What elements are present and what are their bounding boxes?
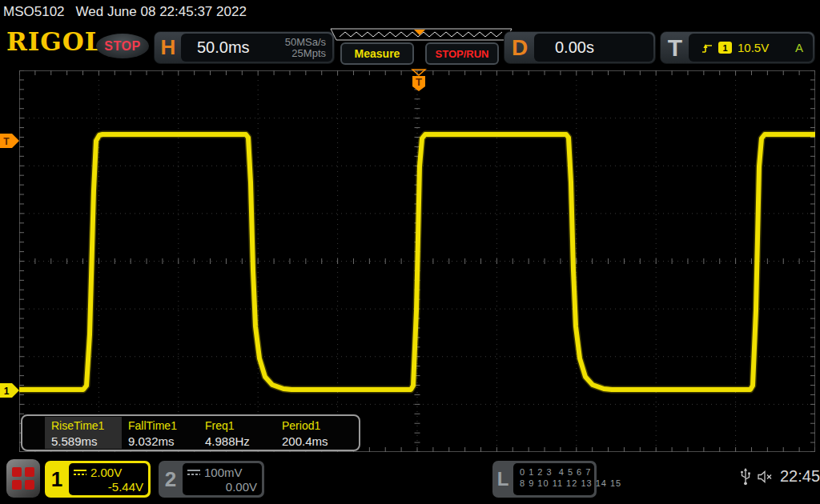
trigger-mode: A [795, 41, 813, 54]
measurement-value: 200.4ms [282, 434, 352, 448]
measurement-value: 5.589ms [51, 434, 122, 448]
trigger-position-marker[interactable]: T [411, 69, 427, 93]
stop-run-button-label: STOP/RUN [436, 48, 489, 60]
svg-text:T: T [3, 136, 10, 147]
status-bar: MSO5102 Wed June 08 22:45:37 2022 [0, 0, 820, 24]
svg-text:T: T [416, 76, 422, 88]
waveform-trace [19, 70, 815, 452]
delay-value: 0.00s [534, 38, 594, 57]
delay-label: D [504, 32, 535, 63]
dc-coupling-icon [74, 469, 86, 476]
measure-button[interactable]: Measure [340, 42, 414, 65]
measurement-risetime[interactable]: RiseTime1 5.589ms [45, 417, 122, 449]
svg-text:1: 1 [4, 386, 10, 397]
digital-channels-button[interactable]: L 0 1 2 3 4 5 6 7 8 9 10 11 12 13 14 15 [492, 461, 597, 498]
clock-time: 22:45 [780, 467, 820, 486]
header-bar: RIGOL STOP H 50.0ms 50MSa/s 25Mpts Measu… [0, 24, 820, 70]
oscilloscope-screen: MSO5102 Wed June 08 22:45:37 2022 RIGOL … [0, 0, 820, 504]
rigol-logo: RIGOL [6, 27, 103, 56]
sample-rate: 50MSa/s [285, 37, 326, 48]
delay-block[interactable]: D 0.00s [504, 31, 656, 64]
speaker-muted-icon[interactable] [758, 470, 774, 483]
trigger-block[interactable]: T 1 10.5V A [660, 31, 815, 64]
waveform-overview-bar[interactable] [328, 28, 514, 42]
apps-grid-icon [12, 467, 34, 490]
run-state-label: STOP [104, 39, 140, 54]
measurement-falltime[interactable]: FallTime1 9.032ms [122, 417, 199, 449]
system-tray: 22:45 [740, 467, 820, 486]
channel2-scale: 100mV [204, 466, 243, 479]
usb-icon[interactable] [740, 468, 751, 486]
measurement-name: RiseTime1 [51, 419, 122, 432]
memory-depth: 25Mpts [285, 48, 326, 59]
digital-row-1: 0 1 2 3 4 5 6 7 [520, 466, 591, 478]
stop-run-button[interactable]: STOP/RUN [425, 42, 499, 65]
digital-label: L [492, 461, 513, 498]
digital-row-2: 8 9 10 11 12 13 14 15 [520, 478, 591, 489]
measurement-period[interactable]: Period1 200.4ms [275, 417, 352, 449]
run-state-badge[interactable]: STOP [96, 34, 149, 58]
trigger-label: T [661, 32, 689, 63]
rising-edge-trigger-icon [701, 42, 713, 54]
channel1-number: 1 [45, 461, 69, 498]
measurement-name: FallTime1 [128, 419, 199, 432]
channel1-offset-marker[interactable]: 1 [0, 383, 19, 398]
sample-rate-info: 50MSa/s 25Mpts [285, 37, 332, 59]
measurement-value: 9.032ms [128, 434, 199, 448]
timebase-value: 50.0ms [181, 38, 285, 57]
horizontal-scale-block[interactable]: H 50.0ms 50MSa/s 25Mpts [154, 31, 335, 64]
apps-menu-button[interactable] [6, 459, 40, 498]
trigger-source-badge: 1 [718, 42, 732, 54]
measurement-freq[interactable]: Freq1 4.988Hz [199, 417, 275, 449]
datetime-text: Wed June 08 22:45:37 2022 [76, 4, 247, 20]
horizontal-label: H [155, 32, 182, 63]
channel1-scale: 2.00V [90, 466, 122, 479]
channel2-button[interactable]: 2 100mV 0.00V [159, 461, 264, 498]
trigger-level-value: 10.5V [738, 41, 769, 54]
channel2-number: 2 [159, 461, 183, 498]
measurement-value: 4.988Hz [205, 434, 275, 448]
waveform-overview-icon [328, 28, 514, 42]
channel1-offset: -5.44V [74, 480, 143, 494]
measurement-name: Freq1 [205, 419, 275, 432]
dc-coupling-icon [187, 469, 200, 476]
waveform-display-area: T T 1 RiseTime1 5.589ms FallTime1 9.032m [19, 70, 815, 452]
measurement-name: Period1 [282, 419, 352, 432]
model-name: MSO5102 [3, 4, 65, 20]
measure-button-label: Measure [355, 47, 400, 60]
channel2-offset: 0.00V [187, 480, 257, 494]
measurement-panel[interactable]: RiseTime1 5.589ms FallTime1 9.032ms Freq… [21, 414, 360, 451]
trigger-level-marker[interactable]: T [0, 134, 19, 148]
channel1-button[interactable]: 1 2.00V -5.44V [45, 461, 151, 498]
